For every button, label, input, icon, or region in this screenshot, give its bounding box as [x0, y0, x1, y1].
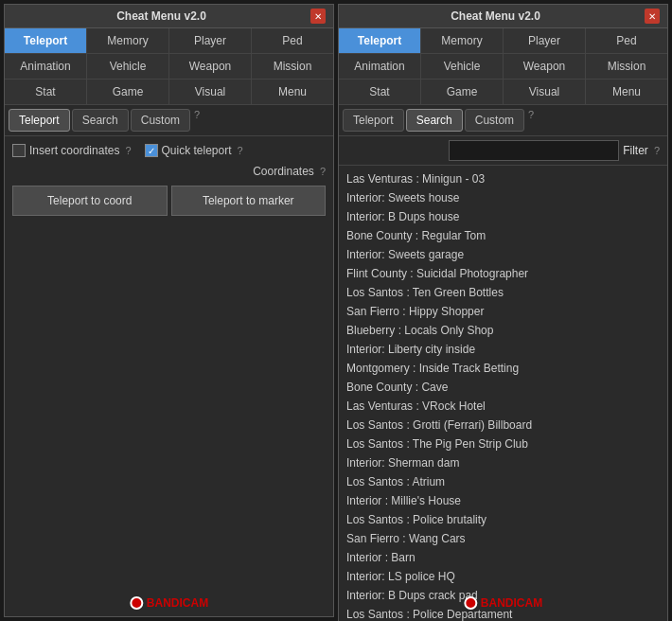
left-nav-player[interactable]: Player	[169, 28, 252, 53]
left-nav-teleport[interactable]: Teleport	[5, 28, 87, 53]
left-quick-teleport-text: Quick teleport	[162, 144, 232, 157]
left-insert-coords-help: ?	[125, 145, 131, 156]
left-bandicam: BANDICAM	[130, 596, 208, 610]
right-panel-content: Las Venturas : Minigun - 03Interior: Swe…	[339, 166, 667, 621]
left-teleport-coord-button[interactable]: Teleport to coord	[12, 186, 168, 216]
right-panel-title: Cheat Menu v2.0	[346, 9, 645, 23]
left-insert-coords-text: Insert coordinates	[29, 144, 119, 157]
left-quick-teleport-label: ✓ Quick teleport ?	[145, 144, 243, 157]
left-coordinates-label: Coordinates	[253, 165, 314, 178]
right-nav-vehicle[interactable]: Vehicle	[421, 54, 504, 79]
right-sub-search[interactable]: Search	[406, 109, 463, 132]
right-bandicam-text: BANDICAM	[481, 596, 542, 610]
location-list: Las Venturas : Minigun - 03Interior: Swe…	[339, 166, 667, 621]
left-coordinates-help: ?	[320, 166, 326, 177]
left-panel-title: Cheat Menu v2.0	[12, 9, 310, 23]
left-insert-coords-label: Insert coordinates ?	[12, 144, 132, 157]
list-item[interactable]: Interior: Sweets garage	[339, 245, 667, 264]
right-panel: Cheat Menu v2.0 ✕ Teleport Memory Player…	[338, 4, 668, 617]
left-bandicam-text: BANDICAM	[147, 596, 208, 610]
right-bandicam-dot	[464, 596, 477, 610]
left-insert-coords-row: Insert coordinates ? ✓ Quick teleport ?	[12, 144, 326, 157]
list-item[interactable]: Los Santos : Atrium	[339, 472, 667, 491]
right-nav-row-2: Animation Vehicle Weapon Mission	[339, 54, 667, 80]
right-filter-row: Filter ?	[339, 136, 667, 166]
list-item[interactable]: Los Santos : The Pig Pen Strip Club	[339, 435, 667, 453]
right-filter-label: Filter	[623, 144, 648, 157]
list-item[interactable]: Los Santos : Ten Green Bottles	[339, 283, 667, 302]
left-nav-row-1: Teleport Memory Player Ped	[5, 28, 333, 54]
list-item[interactable]: Interior: Sherman dam	[339, 453, 667, 472]
left-action-buttons: Teleport to coord Teleport to marker	[12, 186, 326, 216]
right-filter-input[interactable]	[449, 140, 619, 161]
right-nav-animation[interactable]: Animation	[339, 54, 421, 79]
list-item[interactable]: Blueberry : Locals Only Shop	[339, 321, 667, 340]
list-item[interactable]: Flint County : Suicidal Photographer	[339, 264, 667, 283]
left-nav-vehicle[interactable]: Vehicle	[87, 54, 169, 79]
list-item[interactable]: Interior : Barn	[339, 548, 667, 567]
left-nav-visual[interactable]: Visual	[169, 80, 252, 104]
left-panel: Cheat Menu v2.0 ✕ Teleport Memory Player…	[4, 4, 334, 617]
list-item[interactable]: San Fierro : Wang Cars	[339, 529, 667, 548]
left-coordinates-row: Coordinates ?	[12, 165, 326, 178]
left-close-button[interactable]: ✕	[310, 9, 326, 24]
left-sub-help-icon: ?	[194, 109, 200, 132]
list-item[interactable]: San Fierro : Hippy Shopper	[339, 302, 667, 321]
left-nav-row-2: Animation Vehicle Weapon Mission	[5, 54, 333, 80]
right-sub-teleport[interactable]: Teleport	[343, 109, 404, 132]
list-item[interactable]: Los Santos : Grotti (Ferrari) Billboard	[339, 416, 667, 435]
left-quick-teleport-help: ?	[238, 145, 243, 156]
left-titlebar: Cheat Menu v2.0 ✕	[5, 5, 333, 28]
left-nav-memory[interactable]: Memory	[87, 28, 169, 53]
right-nav-menu[interactable]: Menu	[586, 80, 667, 104]
right-nav-game[interactable]: Game	[421, 80, 504, 104]
left-nav-mission[interactable]: Mission	[252, 54, 333, 79]
right-nav-row-3: Stat Game Visual Menu	[339, 80, 667, 105]
right-nav-teleport[interactable]: Teleport	[339, 28, 421, 53]
list-item[interactable]: Interior : Millie's House	[339, 491, 667, 510]
left-nav-ped[interactable]: Ped	[252, 28, 333, 53]
right-sub-custom[interactable]: Custom	[465, 109, 524, 132]
list-item[interactable]: Interior: Sweets house	[339, 188, 667, 207]
left-bandicam-dot	[130, 596, 143, 610]
left-teleport-marker-button[interactable]: Teleport to marker	[171, 186, 327, 216]
right-titlebar: Cheat Menu v2.0 ✕	[339, 5, 667, 28]
list-item[interactable]: Interior: Liberty city inside	[339, 340, 667, 359]
left-sub-custom[interactable]: Custom	[131, 109, 190, 132]
left-nav-game[interactable]: Game	[87, 80, 169, 104]
left-nav-weapon[interactable]: Weapon	[169, 54, 252, 79]
right-nav-stat[interactable]: Stat	[339, 80, 421, 104]
left-nav-animation[interactable]: Animation	[5, 54, 87, 79]
list-item[interactable]: Los Santos : Police brutality	[339, 510, 667, 529]
right-sub-nav: Teleport Search Custom ?	[339, 105, 667, 136]
left-quick-teleport-checkbox[interactable]: ✓	[145, 144, 158, 157]
left-cheat-menu: Cheat Menu v2.0 ✕ Teleport Memory Player…	[4, 4, 334, 617]
right-nav-ped[interactable]: Ped	[586, 28, 667, 53]
list-item[interactable]: Interior: B Dups house	[339, 207, 667, 226]
right-nav-row-1: Teleport Memory Player Ped	[339, 28, 667, 54]
left-nav-row-3: Stat Game Visual Menu	[5, 80, 333, 105]
right-bandicam: BANDICAM	[464, 596, 542, 610]
right-nav-weapon[interactable]: Weapon	[504, 54, 586, 79]
list-item[interactable]: Bone County : Cave	[339, 378, 667, 397]
list-item[interactable]: Las Venturas : VRock Hotel	[339, 397, 667, 416]
right-cheat-menu: Cheat Menu v2.0 ✕ Teleport Memory Player…	[338, 4, 668, 621]
list-item[interactable]: Interior: LS police HQ	[339, 567, 667, 586]
left-insert-coords-checkbox[interactable]	[12, 144, 26, 157]
left-nav-stat[interactable]: Stat	[5, 80, 87, 104]
left-sub-nav: Teleport Search Custom ?	[5, 105, 333, 136]
right-close-button[interactable]: ✕	[645, 9, 660, 24]
list-item[interactable]: Bone County : Regular Tom	[339, 226, 667, 245]
right-filter-help: ?	[654, 145, 660, 156]
left-nav-menu[interactable]: Menu	[252, 80, 333, 104]
right-nav-visual[interactable]: Visual	[504, 80, 586, 104]
left-sub-teleport[interactable]: Teleport	[9, 109, 70, 132]
left-sub-search[interactable]: Search	[72, 109, 129, 132]
list-item[interactable]: Montgomery : Inside Track Betting	[339, 359, 667, 378]
left-panel-content: Insert coordinates ? ✓ Quick teleport ? …	[5, 136, 333, 616]
right-nav-mission[interactable]: Mission	[586, 54, 667, 79]
right-nav-player[interactable]: Player	[504, 28, 586, 53]
right-sub-help-icon: ?	[528, 109, 534, 132]
right-nav-memory[interactable]: Memory	[421, 28, 504, 53]
list-item[interactable]: Las Venturas : Minigun - 03	[339, 169, 667, 188]
